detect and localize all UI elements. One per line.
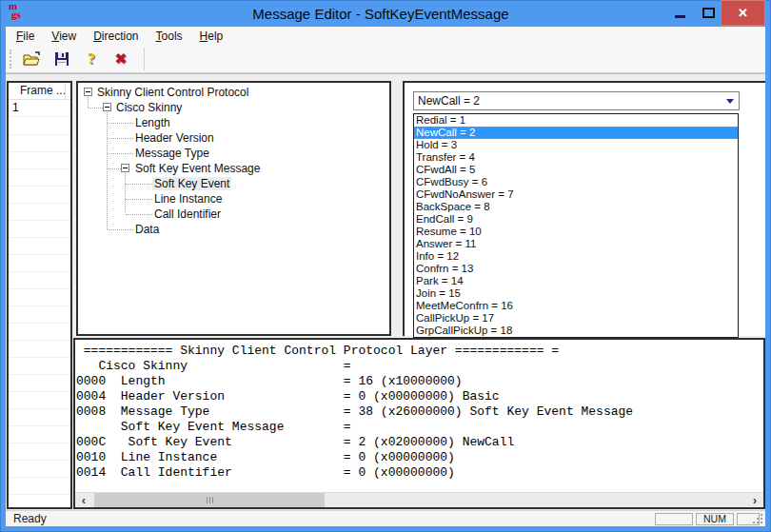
dropdown-option[interactable]: EndCall = 9: [414, 213, 738, 226]
scrollbar-thumb[interactable]: [94, 493, 325, 507]
dropdown-option[interactable]: Park = 14: [414, 275, 738, 287]
dropdown-option[interactable]: Redial = 1: [414, 114, 738, 127]
tree-item-label: Data: [133, 223, 161, 236]
tree-item-label: Header Version: [133, 131, 216, 145]
menu-bar: File View Direction Tools Help: [6, 27, 765, 46]
app-window: m gs Message Editor - SoftKeyEventMessag…: [0, 0, 771, 532]
tree-item-length[interactable]: Length: [78, 115, 389, 130]
tree-item-line-instance[interactable]: Line Instance: [78, 191, 389, 207]
dropdown-option[interactable]: Info = 12: [414, 250, 738, 263]
decode-line: 0010 Line Instance = 0 (x00000000): [76, 450, 763, 465]
protocol-tree-panel: Skinny Client Control Protocol Cisco Ski…: [76, 81, 391, 336]
frame-row[interactable]: 1: [9, 100, 70, 117]
status-bar: Ready NUM: [6, 510, 765, 526]
horizontal-scrollbar[interactable]: ‹ ›: [75, 492, 763, 507]
maximize-icon: [702, 8, 715, 18]
help-icon: ?: [88, 50, 95, 68]
menu-tools[interactable]: Tools: [148, 28, 191, 45]
frame-list-gridlines: [9, 118, 70, 507]
tree-expand-box[interactable]: [121, 164, 129, 172]
app-logo-bottom: gs: [11, 10, 28, 19]
toolbar-separator: [144, 48, 145, 70]
dropdown-option[interactable]: Answer = 11: [414, 238, 738, 250]
menu-help[interactable]: Help: [191, 28, 232, 45]
dropdown-option[interactable]: CallPickUp = 17: [414, 312, 738, 325]
dropdown-option[interactable]: Transfer = 4: [414, 151, 738, 164]
tree-item-label: Line Instance: [152, 192, 224, 206]
dropdown-option[interactable]: Join = 15: [414, 287, 738, 300]
minimize-button[interactable]: [666, 0, 693, 26]
tree-item-label: Length: [133, 116, 172, 129]
frame-column-header-label: Frame ...: [20, 84, 66, 97]
dropdown-option[interactable]: MeetMeConfrn = 16: [414, 300, 738, 312]
dropdown-option[interactable]: CFwdNoAnswer = 7: [414, 188, 738, 201]
frame-column-header[interactable]: Frame ...: [9, 83, 70, 100]
status-pane-scrl: [737, 513, 760, 525]
open-file-button[interactable]: [20, 48, 45, 70]
tree-item-label: Call Identifier: [152, 207, 223, 221]
decode-line: 0008 Message Type = 38 (x26000000) Soft …: [76, 404, 763, 420]
save-icon: [54, 51, 69, 67]
tree-item-label: Skinny Client Control Protocol: [95, 86, 250, 99]
toolbar-gripper[interactable]: [10, 49, 12, 69]
close-icon: ✕: [738, 6, 748, 20]
scrollbar-grip-icon: [209, 497, 210, 503]
window-title: Message Editor - SoftKeyEventMessage: [143, 6, 619, 22]
tree-expand-box[interactable]: [84, 88, 92, 96]
status-pane-num: NUM: [696, 513, 734, 525]
tree-item-header-version[interactable]: Header Version: [78, 130, 389, 146]
softkey-dropdown-list: Redial = 1 NewCall = 2 Hold = 3 Transfer…: [413, 113, 739, 338]
combobox-value: NewCall = 2: [418, 94, 480, 108]
scroll-right-arrow-icon[interactable]: ›: [746, 493, 763, 507]
tree-item-cisco-skinny[interactable]: Cisco Skinny: [78, 100, 389, 115]
decode-line: Soft Key Event Message =: [76, 420, 763, 435]
maximize-button[interactable]: [695, 0, 722, 26]
dropdown-option[interactable]: Hold = 3: [414, 139, 738, 151]
scroll-left-arrow-icon[interactable]: ‹: [75, 493, 92, 507]
folder-open-icon: [23, 51, 42, 67]
decode-panel: ============ Skinny Client Control Proto…: [73, 338, 765, 509]
dropdown-option[interactable]: Resume = 10: [414, 226, 738, 238]
tree-item-message-type[interactable]: Message Type: [78, 146, 389, 161]
menu-direction[interactable]: Direction: [85, 28, 147, 45]
resize-grip-icon[interactable]: [761, 522, 762, 523]
tree-item-call-identifier[interactable]: Call Identifier: [78, 207, 389, 222]
field-value-panel: NewCall = 2 Redial = 1 NewCall = 2 Hold …: [403, 81, 765, 336]
dropdown-option[interactable]: GrpCallPickUp = 18: [414, 325, 738, 337]
dropdown-option[interactable]: Confrn = 13: [414, 263, 738, 275]
chevron-down-icon[interactable]: [726, 99, 734, 104]
dropdown-option-selected[interactable]: NewCall = 2: [414, 127, 738, 139]
tree-item-label: Soft Key Event Message: [133, 162, 262, 175]
frame-list-panel: Frame ... 1: [7, 81, 72, 509]
status-pane-caps: [655, 513, 693, 525]
tree-item-skinny-client-control-protocol[interactable]: Skinny Client Control Protocol: [78, 85, 389, 100]
minimize-icon: [675, 15, 685, 18]
tree-item-label: Message Type: [133, 147, 211, 160]
tree-item-data[interactable]: Data: [78, 222, 389, 237]
decode-line: Cisco Skinny =: [76, 359, 763, 374]
menu-view[interactable]: View: [43, 28, 85, 45]
tree-item-label: Cisco Skinny: [114, 101, 184, 114]
decode-line: 000C Soft Key Event = 2 (x02000000) NewC…: [76, 435, 763, 450]
softkey-value-combobox[interactable]: NewCall = 2: [413, 91, 740, 110]
help-button[interactable]: ?: [79, 48, 104, 70]
decode-line: 0014 Call Identifier = 0 (x00000000): [76, 465, 763, 481]
decode-text: ============ Skinny Client Control Proto…: [75, 340, 763, 492]
app-logo-icon: m gs: [9, 2, 28, 25]
menu-file[interactable]: File: [8, 28, 43, 45]
tree-item-label-selected: Soft Key Event: [152, 177, 231, 190]
decode-line: ============ Skinny Client Control Proto…: [76, 344, 763, 359]
dropdown-option[interactable]: CFwdBusy = 6: [414, 176, 738, 188]
save-button[interactable]: [49, 48, 74, 70]
status-message: Ready: [13, 512, 47, 526]
delete-button[interactable]: ✖: [109, 48, 133, 70]
dropdown-option[interactable]: CFwdAll = 5: [414, 164, 738, 176]
title-bar: m gs Message Editor - SoftKeyEventMessag…: [0, 0, 771, 27]
decode-line: 0000 Length = 16 (x10000000): [76, 374, 763, 389]
tree-expand-box[interactable]: [103, 103, 111, 111]
dropdown-option[interactable]: BackSpace = 8: [414, 201, 738, 213]
tree-item-soft-key-event[interactable]: Soft Key Event: [78, 176, 389, 191]
toolbar: ? ✖: [6, 46, 765, 73]
tree-item-soft-key-event-message[interactable]: Soft Key Event Message: [78, 161, 389, 176]
close-button[interactable]: ✕: [721, 0, 765, 26]
